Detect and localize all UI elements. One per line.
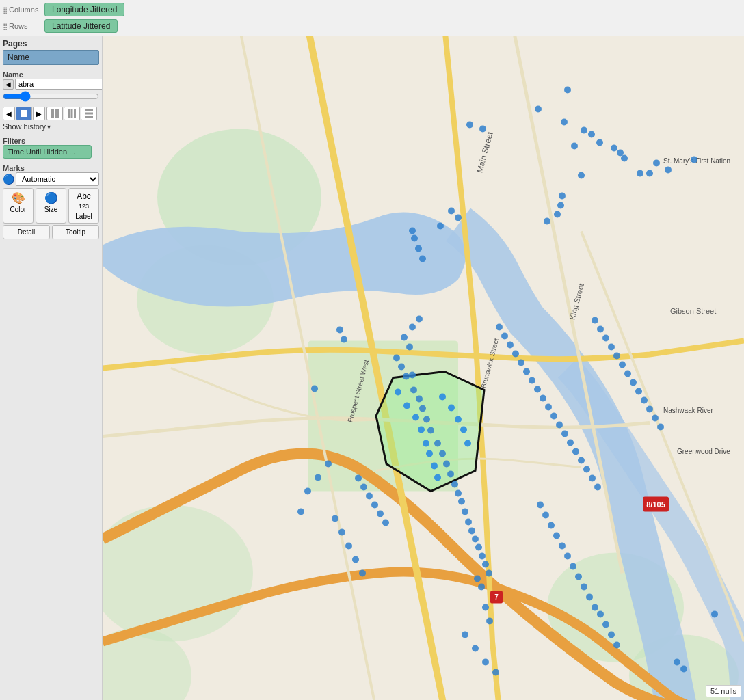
svg-rect-8	[85, 116, 93, 118]
sidebar: Pages Name Name ◀ ▶ ◀	[0, 36, 103, 700]
svg-point-108	[594, 484, 601, 491]
svg-point-111	[366, 493, 373, 500]
svg-point-67	[410, 387, 417, 394]
marks-tooltip-button[interactable]: Tooltip	[52, 225, 99, 239]
svg-point-75	[447, 471, 454, 478]
svg-point-73	[439, 450, 446, 457]
svg-point-137	[345, 543, 352, 550]
svg-point-94	[518, 360, 524, 366]
name-slider[interactable]	[3, 91, 99, 102]
map-area[interactable]: Main Street King Street Gibson Street Pr…	[103, 36, 744, 700]
svg-point-34	[535, 106, 542, 113]
show-history-button[interactable]: Show history	[3, 122, 51, 131]
svg-point-45	[653, 160, 660, 167]
svg-point-35	[466, 122, 473, 129]
svg-point-87	[393, 355, 400, 362]
svg-point-79	[462, 509, 468, 515]
marks-size-button[interactable]: 🔵 Size	[36, 188, 66, 224]
svg-point-129	[674, 659, 680, 666]
color-label: Color	[10, 206, 27, 213]
label-icon: Abc123	[77, 191, 91, 211]
svg-point-134	[325, 461, 332, 468]
rows-pill[interactable]: Latitude Jittered	[44, 19, 118, 33]
marks-type-icon: 🔵	[3, 174, 14, 185]
svg-point-33	[564, 87, 571, 94]
pages-item-name[interactable]: Name	[3, 50, 99, 65]
svg-point-98	[540, 395, 546, 402]
svg-point-49	[691, 157, 698, 163]
svg-point-63	[409, 324, 416, 331]
marks-color-button[interactable]: 🎨 Color	[3, 188, 34, 224]
marks-label: Marks	[3, 164, 99, 172]
svg-text:8/105: 8/105	[646, 500, 665, 509]
svg-point-175	[448, 405, 455, 412]
svg-point-124	[641, 397, 648, 404]
svg-point-76	[451, 481, 458, 488]
right-view-group	[46, 107, 97, 120]
nulls-badge: 51 nulls	[706, 685, 741, 697]
svg-point-53	[554, 211, 561, 218]
svg-point-58	[409, 228, 416, 234]
svg-point-97	[534, 386, 541, 393]
svg-point-177	[460, 427, 467, 433]
svg-point-165	[419, 256, 426, 262]
svg-point-74	[443, 461, 450, 468]
svg-rect-5	[74, 109, 76, 118]
svg-point-142	[482, 604, 489, 611]
view-btn-grid2[interactable]	[64, 107, 80, 120]
filter-item[interactable]: Time Until Hidden ...	[3, 145, 92, 159]
svg-point-66	[409, 372, 416, 379]
svg-point-65	[406, 344, 413, 351]
svg-text:Nashwaak River: Nashwaak River	[663, 407, 713, 414]
marks-label-button[interactable]: Abc123 Label	[68, 188, 99, 224]
svg-point-44	[621, 155, 628, 162]
svg-point-91	[501, 333, 508, 340]
svg-point-86	[486, 570, 492, 577]
svg-point-69	[419, 405, 426, 412]
columns-pill[interactable]: Longitude Jittered	[44, 3, 124, 16]
svg-point-46	[637, 170, 643, 177]
svg-point-61	[311, 386, 318, 392]
svg-point-169	[418, 427, 425, 433]
view-btn-right[interactable]: ▶	[33, 107, 45, 120]
name-prev-button[interactable]: ◀	[3, 79, 14, 90]
svg-text:Greenwood Drive: Greenwood Drive	[677, 448, 730, 455]
size-icon: 🔵	[44, 191, 58, 204]
rows-label: ⣿ Rows	[3, 22, 40, 30]
svg-point-96	[529, 377, 535, 384]
marks-select[interactable]: Automatic	[16, 172, 99, 186]
svg-point-48	[665, 167, 672, 174]
svg-point-55	[448, 208, 455, 215]
name-input[interactable]	[15, 79, 103, 90]
svg-point-72	[434, 440, 441, 447]
svg-rect-7	[85, 113, 93, 115]
view-btn-grid3[interactable]	[81, 107, 97, 120]
view-btn-left[interactable]: ◀	[3, 107, 15, 120]
columns-label: ⣿ Columns	[3, 5, 40, 14]
svg-point-88	[398, 364, 405, 371]
label-label: Label	[75, 213, 92, 220]
svg-point-148	[537, 502, 544, 509]
svg-point-140	[474, 576, 481, 582]
columns-drag-icon: ⣿	[3, 6, 7, 14]
view-btn-square[interactable]	[16, 107, 32, 120]
svg-rect-6	[85, 109, 93, 111]
svg-point-161	[608, 632, 615, 638]
svg-point-130	[680, 666, 687, 673]
view-btn-grid1[interactable]	[46, 107, 63, 120]
svg-point-150	[548, 522, 555, 529]
svg-rect-1	[51, 109, 54, 118]
svg-text:7: 7	[494, 593, 499, 601]
svg-point-100	[550, 413, 557, 420]
svg-point-164	[415, 245, 422, 252]
svg-point-126	[652, 415, 659, 422]
svg-point-122	[630, 379, 637, 386]
svg-point-163	[411, 235, 418, 242]
marks-detail-button[interactable]: Detail	[3, 225, 50, 239]
name-label: Name	[3, 70, 99, 79]
svg-point-105	[578, 457, 585, 464]
svg-point-82	[472, 536, 479, 543]
svg-point-156	[581, 584, 587, 591]
app-container: ⣿ Columns Longitude Jittered ⣿ Rows Lati…	[0, 0, 744, 700]
detail-label: Detail	[18, 228, 36, 236]
